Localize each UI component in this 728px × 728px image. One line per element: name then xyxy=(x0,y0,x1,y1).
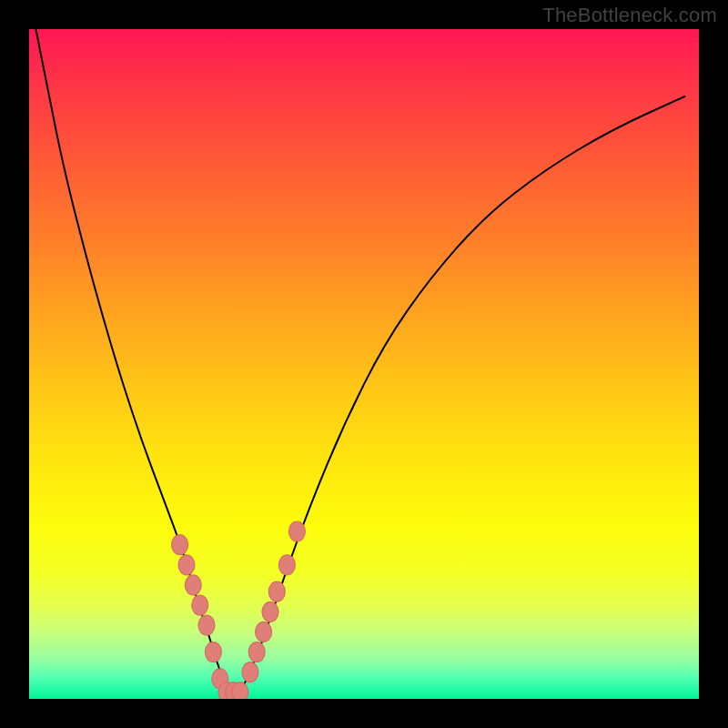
highlight-marker xyxy=(192,595,208,615)
highlight-markers xyxy=(172,521,306,699)
plot-area xyxy=(29,29,699,699)
highlight-marker xyxy=(256,622,272,642)
bottleneck-chart-svg xyxy=(29,29,699,699)
highlight-marker xyxy=(278,555,295,575)
highlight-marker xyxy=(178,555,195,575)
highlight-marker xyxy=(288,521,305,541)
highlight-marker xyxy=(242,662,258,682)
highlight-marker xyxy=(262,602,278,622)
highlight-marker xyxy=(205,642,221,662)
highlight-marker xyxy=(198,615,215,635)
bottleneck-curve xyxy=(35,29,685,693)
highlight-marker xyxy=(172,535,188,555)
highlight-marker xyxy=(248,642,265,662)
chart-container: TheBottleneck.com xyxy=(0,0,728,728)
highlight-marker xyxy=(185,575,201,595)
highlight-marker xyxy=(232,682,248,699)
watermark-text: TheBottleneck.com xyxy=(542,4,717,27)
highlight-marker xyxy=(268,581,285,602)
